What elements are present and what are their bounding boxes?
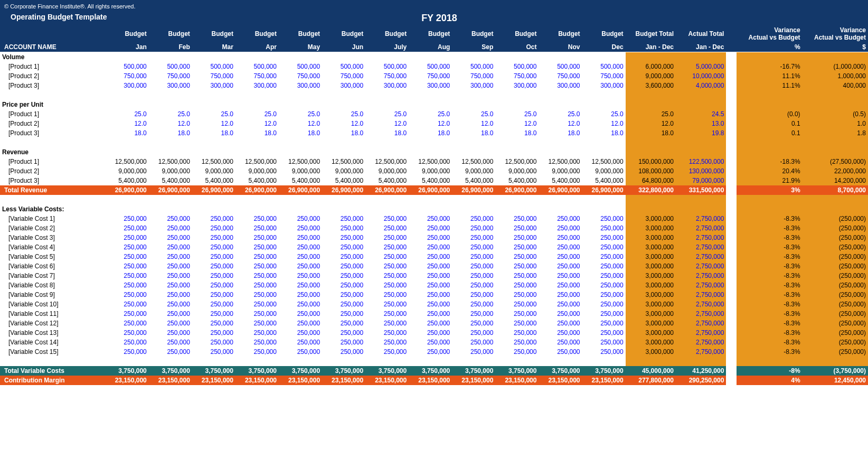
cell[interactable]: 250,000: [365, 319, 409, 328]
cell[interactable]: [495, 52, 539, 62]
cell[interactable]: 18.0: [626, 128, 676, 138]
cell[interactable]: -8.3%: [737, 309, 802, 319]
cell[interactable]: 250,000: [409, 300, 452, 309]
cell[interactable]: [Variable Cost 12]: [0, 319, 106, 328]
cell[interactable]: 750,000: [539, 71, 582, 81]
cell[interactable]: 250,000: [322, 290, 365, 300]
cell[interactable]: 250,000: [149, 280, 192, 290]
cell[interactable]: 250,000: [235, 223, 279, 233]
cell[interactable]: 500,000: [106, 62, 149, 71]
cell[interactable]: [322, 100, 365, 109]
cell[interactable]: 250,000: [106, 280, 149, 290]
cell[interactable]: 250,000: [322, 347, 365, 357]
cell[interactable]: 250,000: [192, 261, 235, 271]
cell[interactable]: 250,000: [192, 347, 235, 357]
cell[interactable]: 23,150,000: [539, 376, 582, 385]
cell[interactable]: 250,000: [279, 214, 322, 223]
cell[interactable]: [Variable Cost 13]: [0, 328, 106, 338]
cell[interactable]: [322, 195, 365, 204]
cell[interactable]: 250,000: [149, 319, 192, 328]
cell[interactable]: 250,000: [106, 242, 149, 252]
cell[interactable]: 18.0: [235, 128, 279, 138]
cell[interactable]: 12,500,000: [106, 157, 149, 166]
cell[interactable]: 250,000: [322, 261, 365, 271]
cell[interactable]: 250,000: [149, 300, 192, 309]
cell[interactable]: [365, 52, 409, 62]
cell[interactable]: [726, 62, 737, 71]
cell[interactable]: [Product 3]: [0, 81, 106, 90]
cell[interactable]: 250,000: [582, 261, 626, 271]
cell[interactable]: [626, 52, 676, 62]
cell[interactable]: 250,000: [279, 338, 322, 347]
cell[interactable]: [Product 2]: [0, 119, 106, 128]
cell[interactable]: 250,000: [539, 214, 582, 223]
cell[interactable]: 9,000,000: [106, 166, 149, 176]
cell[interactable]: 2,750,000: [676, 338, 726, 347]
cell[interactable]: 250,000: [106, 261, 149, 271]
cell[interactable]: 18.0: [365, 128, 409, 138]
cell[interactable]: [726, 252, 737, 261]
cell[interactable]: [539, 204, 582, 214]
cell[interactable]: 2,750,000: [676, 300, 726, 309]
cell[interactable]: [737, 357, 802, 366]
cell[interactable]: 250,000: [235, 242, 279, 252]
cell[interactable]: 250,000: [495, 242, 539, 252]
cell[interactable]: 250,000: [452, 214, 495, 223]
cell[interactable]: [539, 138, 582, 147]
cell[interactable]: [149, 204, 192, 214]
cell[interactable]: [726, 52, 737, 62]
cell[interactable]: 2,750,000: [676, 309, 726, 319]
cell[interactable]: 250,000: [452, 261, 495, 271]
cell[interactable]: 250,000: [495, 233, 539, 242]
cell[interactable]: 500,000: [279, 62, 322, 71]
cell[interactable]: [726, 90, 737, 100]
cell[interactable]: 18.0: [149, 128, 192, 138]
cell[interactable]: 250,000: [365, 300, 409, 309]
cell[interactable]: [365, 147, 409, 157]
cell[interactable]: [106, 147, 149, 157]
cell[interactable]: [Variable Cost 3]: [0, 233, 106, 242]
cell[interactable]: (250,000): [803, 233, 868, 242]
cell[interactable]: 12,500,000: [495, 157, 539, 166]
cell[interactable]: 4%: [737, 376, 802, 385]
cell[interactable]: (0.5): [803, 109, 868, 119]
cell[interactable]: 250,000: [409, 328, 452, 338]
cell[interactable]: 500,000: [582, 62, 626, 71]
cell[interactable]: 25.0: [106, 109, 149, 119]
cell[interactable]: [149, 147, 192, 157]
cell[interactable]: Less Variable Costs:: [0, 204, 106, 214]
cell[interactable]: 3,000,000: [626, 271, 676, 280]
cell[interactable]: 250,000: [235, 338, 279, 347]
cell[interactable]: 250,000: [365, 338, 409, 347]
cell[interactable]: 250,000: [452, 300, 495, 309]
cell[interactable]: 250,000: [582, 252, 626, 261]
cell[interactable]: 250,000: [235, 309, 279, 319]
cell[interactable]: 0.1: [737, 128, 802, 138]
cell[interactable]: 250,000: [192, 242, 235, 252]
cell[interactable]: -8.3%: [737, 347, 802, 357]
cell[interactable]: 300,000: [322, 81, 365, 90]
cell[interactable]: 2,750,000: [676, 347, 726, 357]
cell[interactable]: [726, 328, 737, 338]
cell[interactable]: 3,750,000: [322, 366, 365, 376]
cell[interactable]: 3,750,000: [106, 366, 149, 376]
cell[interactable]: 250,000: [365, 261, 409, 271]
cell[interactable]: [149, 100, 192, 109]
cell[interactable]: 250,000: [192, 309, 235, 319]
cell[interactable]: 250,000: [235, 252, 279, 261]
cell[interactable]: 331,500,000: [676, 185, 726, 195]
cell[interactable]: 12.0: [582, 119, 626, 128]
cell[interactable]: 3,600,000: [626, 81, 676, 90]
cell[interactable]: [235, 357, 279, 366]
cell[interactable]: 5,400,000: [539, 176, 582, 185]
cell[interactable]: 3,000,000: [626, 261, 676, 271]
cell[interactable]: [726, 280, 737, 290]
cell[interactable]: [409, 52, 452, 62]
cell[interactable]: (27,500,000): [803, 157, 868, 166]
cell[interactable]: 1,000,000: [803, 71, 868, 81]
cell[interactable]: [149, 90, 192, 100]
cell[interactable]: 21.9%: [737, 176, 802, 185]
cell[interactable]: 250,000: [495, 223, 539, 233]
cell[interactable]: 2,750,000: [676, 214, 726, 223]
cell[interactable]: 250,000: [192, 233, 235, 242]
